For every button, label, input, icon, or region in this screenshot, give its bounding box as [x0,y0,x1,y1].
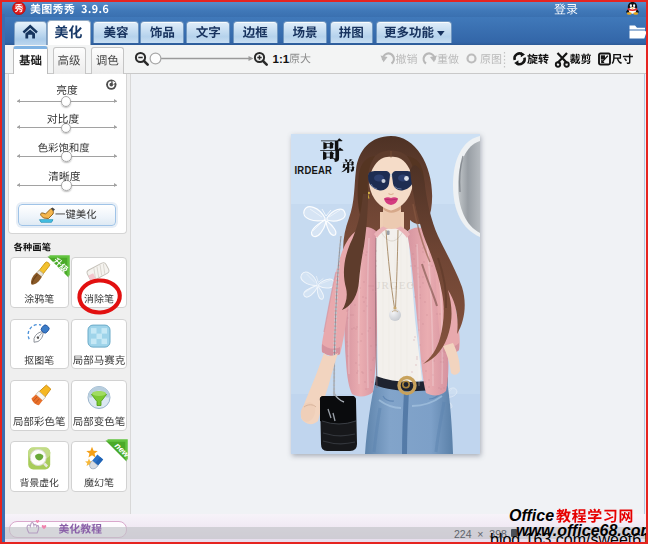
svg-text:URGEO: URGEO [372,279,415,291]
